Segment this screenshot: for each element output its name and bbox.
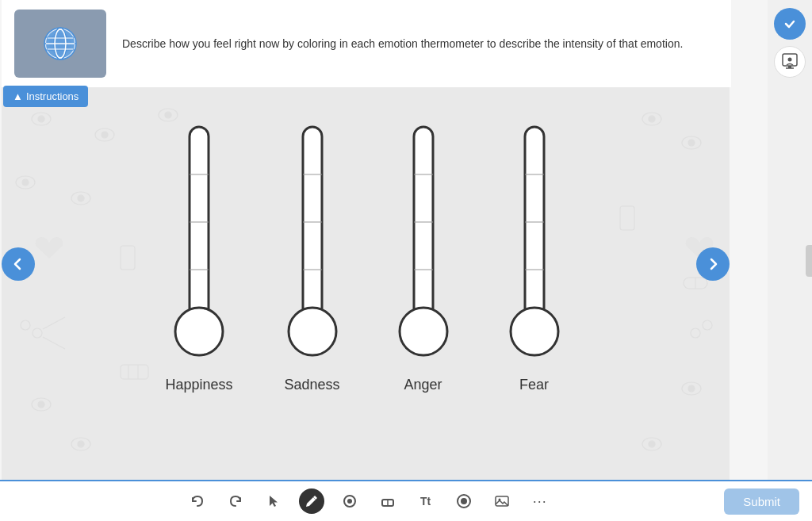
content-area: Happiness Sadness <box>2 87 730 480</box>
instructions-arrow: ▲ <box>13 90 23 102</box>
pointer-button[interactable] <box>261 488 286 514</box>
check-icon <box>782 16 798 32</box>
highlighter-button[interactable] <box>337 488 362 514</box>
bottom-toolbar: Tt ··· Submit <box>0 480 812 521</box>
redo-icon <box>228 493 243 509</box>
thermometer-fear[interactable]: Fear <box>503 111 566 393</box>
svg-point-79 <box>347 499 352 504</box>
pointer-icon <box>266 493 282 509</box>
audio-button[interactable] <box>774 46 806 78</box>
thermometer-sadness-label: Sadness <box>285 377 340 393</box>
highlighter-icon <box>342 493 358 509</box>
redo-button[interactable] <box>223 488 248 514</box>
thermometer-anger-svg <box>392 111 455 365</box>
text-button[interactable]: Tt <box>413 488 439 514</box>
svg-point-70 <box>406 314 441 349</box>
svg-point-64 <box>295 314 330 349</box>
nav-back-button[interactable] <box>2 247 35 281</box>
more-icon: ··· <box>533 493 547 510</box>
undo-button[interactable] <box>185 488 210 514</box>
toolbar-tools: Tt ··· <box>13 488 724 514</box>
thermometers-container: Happiness Sadness <box>2 103 730 480</box>
svg-point-15 <box>788 58 792 62</box>
globe-icon-box <box>14 10 106 78</box>
undo-icon <box>190 493 205 509</box>
thermometer-happiness-label: Happiness <box>165 377 232 393</box>
main-container: Describe how you feel right now by color… <box>0 0 812 521</box>
thermometer-happiness-svg <box>167 111 231 365</box>
check-button[interactable] <box>774 8 806 40</box>
eraser-icon <box>380 493 396 509</box>
thermometer-anger[interactable]: Anger <box>392 111 455 393</box>
pen-icon <box>304 493 320 509</box>
svg-point-13 <box>783 17 797 31</box>
globe-icon <box>41 25 79 63</box>
nav-forward-icon <box>707 258 719 270</box>
thermometer-fear-svg <box>503 111 566 365</box>
thermometer-happiness[interactable]: Happiness <box>165 111 232 393</box>
submit-button[interactable]: Submit <box>724 488 799 515</box>
instructions-button[interactable]: ▲ Instructions <box>3 86 88 107</box>
svg-point-76 <box>517 314 552 349</box>
thermometer-fear-label: Fear <box>519 377 549 393</box>
header-section: Describe how you feel right now by color… <box>2 0 731 87</box>
more-button[interactable]: ··· <box>527 488 553 514</box>
thermometer-anger-label: Anger <box>404 377 442 393</box>
text-tool-label: Tt <box>420 495 431 508</box>
svg-point-83 <box>461 498 467 504</box>
svg-point-58 <box>182 314 216 349</box>
eraser-button[interactable] <box>375 488 400 514</box>
shape-icon <box>456 493 472 509</box>
instruction-text: Describe how you feel right now by color… <box>122 36 683 52</box>
image-button[interactable] <box>489 488 515 514</box>
audio-icon <box>781 53 799 71</box>
nav-forward-button[interactable] <box>696 247 730 281</box>
thermometer-sadness-svg <box>281 111 344 365</box>
right-tab <box>806 245 812 277</box>
instructions-label: Instructions <box>26 90 79 102</box>
pen-button[interactable] <box>299 488 324 514</box>
nav-back-icon <box>12 258 25 270</box>
image-icon <box>494 493 510 509</box>
right-sidebar <box>768 0 812 521</box>
thermometer-sadness[interactable]: Sadness <box>281 111 344 393</box>
shape-button[interactable] <box>451 488 477 514</box>
